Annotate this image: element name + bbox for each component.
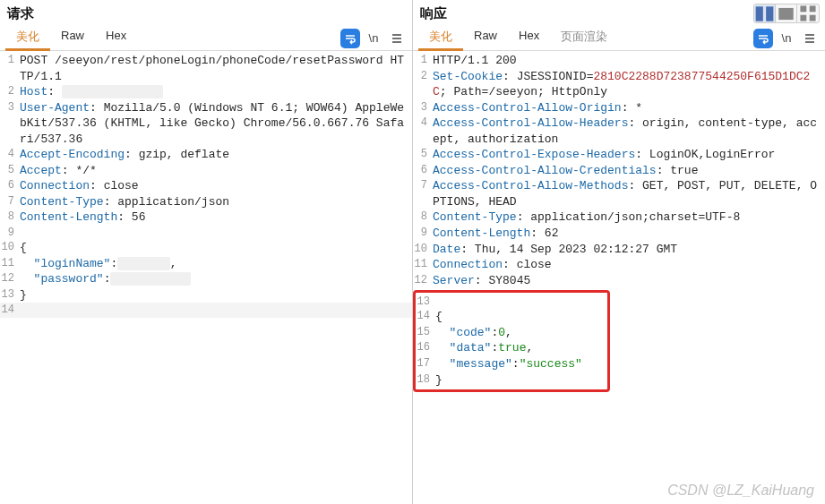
code-line: 14 [0,303,412,317]
svg-rect-6 [810,15,816,21]
tab-Raw[interactable]: Raw [50,25,95,51]
tab-Raw[interactable]: Raw [463,25,508,51]
code-line: 18} [416,372,607,389]
line-number: 4 [0,147,20,161]
line-number: 14 [0,303,20,317]
code-line: 6Access-Control-Allow-Credentials: true [413,163,825,179]
view-single-button[interactable] [776,4,797,22]
code-line: 17 "message":"success" [416,356,607,372]
line-number: 1 [413,53,433,67]
line-number: 8 [413,209,433,224]
line-number: 2 [0,84,20,98]
code-line: 10Date: Thu, 14 Sep 2023 02:12:27 GMT [413,242,825,258]
line-number: 2 [413,69,433,83]
line-number: 10 [413,242,433,256]
wrap-icon[interactable] [753,29,773,48]
response-body[interactable]: 1HTTP/1.1 2002Set-Cookie: JSESSIONID=281… [413,51,825,504]
line-number: 12 [413,273,433,287]
line-number: 7 [413,178,433,192]
line-number: 8 [0,209,20,224]
response-toolbar: 美化RawHex页面渲染 \n [413,26,825,51]
tab-美化[interactable]: 美化 [5,25,50,51]
response-json-highlight: 1314{15 "code":0,16 "data":true,17 "mess… [413,290,610,392]
tab-页面渲染[interactable]: 页面渲染 [550,25,618,51]
line-number: 10 [0,240,20,254]
line-number: 4 [413,115,433,130]
code-line: 11 "loginName":"xxxxx", [0,256,412,272]
view-layout-group[interactable] [753,4,820,23]
newline-icon[interactable]: \n [777,29,796,48]
view-grid-button[interactable] [797,4,819,22]
code-line: 1POST /seeyon/rest/phoneLogin/phoneCode/… [0,53,412,84]
line-number: 1 [0,53,20,67]
svg-rect-3 [800,5,806,12]
code-line: 4Accept-Encoding: gzip, deflate [0,147,412,163]
line-number: 3 [413,100,433,115]
line-number: 13 [0,287,20,302]
line-number: 5 [0,163,20,177]
code-line: 13} [0,287,412,303]
code-line: 7Access-Control-Allow-Methods: GET, POST… [413,178,825,209]
code-line: 7Content-Type: application/json [0,194,412,210]
line-number: 15 [416,325,435,339]
svg-rect-2 [778,7,793,19]
request-title: 请求 [0,0,412,26]
response-tabs: 美化RawHex页面渲染 [418,25,618,51]
code-line: 5Accept: */* [0,163,412,179]
line-number: 6 [413,163,433,177]
code-line: 13 [416,295,607,309]
request-panel: 请求 美化RawHex \n 1POST /seeyon/rest/phoneL… [0,0,413,504]
code-line: 12 "password":"xxxxxxxxx" [0,271,412,287]
line-number: 3 [0,100,20,115]
line-number: 11 [0,256,20,270]
tab-Hex[interactable]: Hex [508,25,550,51]
code-line: 15 "code":0, [416,325,607,341]
line-number: 12 [0,271,20,286]
code-line: 3Access-Control-Allow-Origin: * [413,100,825,116]
code-line: 12Server: SY8045 [413,273,825,289]
code-line: 1HTTP/1.1 200 [413,53,825,69]
tab-Hex[interactable]: Hex [95,25,137,51]
menu-icon[interactable] [800,29,820,48]
request-tabs: 美化RawHex [5,25,137,51]
line-number: 6 [0,178,20,192]
code-line: 14{ [416,309,607,325]
wrap-icon[interactable] [340,29,360,48]
code-line: 2Set-Cookie: JSESSIONID=2810C2288D723877… [413,69,825,100]
code-line: 8Content-Length: 56 [0,209,412,226]
code-line: 8Content-Type: application/json;charset=… [413,209,825,226]
code-line: 9 [0,226,412,240]
menu-icon[interactable] [387,29,407,48]
line-number: 14 [416,309,435,323]
code-line: 2Host: xxxxxxxxxxxxxx [0,84,412,100]
line-number: 9 [413,226,433,240]
code-line: 11Connection: close [413,257,825,273]
code-line: 16 "data":true, [416,340,607,356]
svg-rect-4 [810,5,816,12]
line-number: 7 [0,194,20,209]
code-line: 9Content-Length: 62 [413,226,825,242]
request-toolbar: 美化RawHex \n [0,26,412,51]
line-number: 16 [416,340,435,355]
code-line: 3User-Agent: Mozilla/5.0 (Windows NT 6.1… [0,100,412,148]
line-number: 13 [416,295,435,309]
line-number: 11 [413,257,433,271]
line-number: 18 [416,372,435,387]
view-split-button[interactable] [754,4,776,22]
line-number: 9 [0,226,20,240]
svg-rect-0 [756,6,763,21]
code-line: 6Connection: close [0,178,412,194]
tab-美化[interactable]: 美化 [418,25,463,51]
line-number: 17 [416,356,435,371]
code-line: 4Access-Control-Allow-Headers: origin, c… [413,115,825,147]
newline-icon[interactable]: \n [364,29,383,48]
line-number: 5 [413,147,433,161]
request-body[interactable]: 1POST /seeyon/rest/phoneLogin/phoneCode/… [0,51,412,504]
code-line: 10{ [0,240,412,256]
svg-rect-1 [766,6,773,21]
response-panel: 响应 美化RawHex页面渲染 \n 1HTTP/1.1 2002Set-Coo… [413,0,825,504]
svg-rect-5 [800,15,806,21]
code-line: 5Access-Control-Expose-Headers: LoginOK,… [413,147,825,163]
